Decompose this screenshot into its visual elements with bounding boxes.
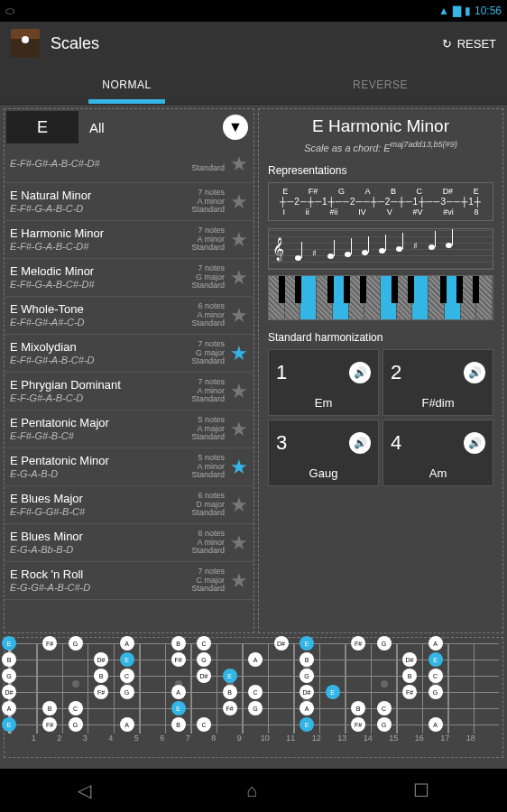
clock: 10:56 bbox=[475, 5, 502, 17]
harmonization-cell[interactable]: 3🔊Gaug bbox=[268, 420, 379, 486]
tab-normal[interactable]: NORMAL bbox=[0, 65, 254, 104]
favorite-icon[interactable]: ★ bbox=[230, 152, 248, 176]
favorite-icon[interactable]: ★ bbox=[230, 531, 248, 555]
scale-chord: Scale as a chord: Emaj7add13,b5(#9) bbox=[268, 140, 493, 153]
staff-notation: 𝄞 ♯ ♯ bbox=[268, 228, 493, 270]
scale-item[interactable]: E Whole-ToneE-F#-G#-A#-C-D 6 notesA mino… bbox=[5, 297, 254, 335]
scale-item[interactable]: E Pentatonic MajorE-F#-G#-B-C# 5 notesA … bbox=[5, 411, 254, 448]
fretboard[interactable]: EBGD#AEF#BF#GCGD#BF#AECGABF#AEBCGD#CEBF#… bbox=[4, 637, 503, 758]
harmonization-cell[interactable]: 2🔊F#dim bbox=[383, 349, 493, 416]
dropdown-icon[interactable]: ▼ bbox=[223, 115, 248, 140]
favorite-icon[interactable]: ★ bbox=[230, 456, 248, 479]
battery-icon: ▮ bbox=[465, 5, 471, 17]
play-icon[interactable]: 🔊 bbox=[464, 362, 485, 383]
play-icon[interactable]: 🔊 bbox=[349, 432, 371, 454]
scale-list[interactable]: E-F#-G#-A-B-C#-D# Standard ★E Natural Mi… bbox=[5, 145, 254, 632]
scale-item[interactable]: E MixolydianE-F#-G#-A-B-C#-D 7 notesG ma… bbox=[5, 335, 254, 373]
scale-item[interactable]: E Blues MinorE-G-A-Bb-B-D 6 notesA minor… bbox=[5, 524, 254, 562]
favorite-icon[interactable]: ★ bbox=[230, 190, 248, 214]
nav-bar: ◁ ⌂ ☐ bbox=[0, 769, 507, 812]
play-icon[interactable]: 🔊 bbox=[464, 432, 485, 454]
harmonization-cell[interactable]: 1🔊Em bbox=[268, 349, 379, 416]
favorite-icon[interactable]: ★ bbox=[230, 418, 248, 441]
favorite-icon[interactable]: ★ bbox=[230, 304, 248, 328]
favorite-icon[interactable]: ★ bbox=[230, 228, 248, 252]
scale-item[interactable]: E-F#-G#-A-B-C#-D# Standard ★ bbox=[5, 145, 254, 183]
scale-item[interactable]: E Melodic MinorE-F#-G-A-B-C#-D# 7 notesG… bbox=[5, 259, 254, 297]
reset-icon: ↻ bbox=[442, 37, 452, 51]
scale-item[interactable]: E Harmonic MinorE-F#-G-A-B-C-D# 7 notesA… bbox=[5, 221, 254, 259]
status-bar: ⬭ ▲ ▇ ▮ 10:56 bbox=[0, 0, 507, 22]
scale-item[interactable]: E Rock 'n RollE-G-G#-A-B-C#-D 7 notesC m… bbox=[5, 562, 254, 600]
app-bar: Scales ↻ RESET bbox=[0, 22, 507, 65]
section-harmonization: Standard harmonization bbox=[268, 331, 493, 344]
reset-button[interactable]: ↻ RESET bbox=[442, 37, 496, 51]
piano-chart bbox=[268, 275, 493, 320]
scale-item[interactable]: E Blues MajorE-F#-G-G#-B-C# 6 notesD maj… bbox=[5, 486, 254, 524]
scale-item[interactable]: E Pentatonic MinorE-G-A-B-D 5 notesA min… bbox=[5, 448, 254, 486]
wifi-icon: ▲ bbox=[438, 5, 449, 17]
recent-button[interactable]: ☐ bbox=[413, 780, 429, 801]
detail-panel: E Harmonic Minor Scale as a chord: Emaj7… bbox=[258, 108, 503, 633]
scale-item[interactable]: E Natural MinorE-F#-G-A-B-C-D 7 notesA m… bbox=[5, 183, 254, 221]
app-icon[interactable] bbox=[11, 29, 40, 58]
page-title: Scales bbox=[51, 34, 99, 53]
back-button[interactable]: ◁ bbox=[78, 780, 91, 801]
favorite-icon[interactable]: ★ bbox=[230, 342, 248, 365]
scale-title: E Harmonic Minor bbox=[268, 116, 493, 136]
debug-icon: ⬭ bbox=[5, 5, 14, 17]
section-representations: Representations bbox=[268, 164, 493, 177]
wifi-icon2: ▇ bbox=[453, 5, 461, 17]
harmonization-cell[interactable]: 4🔊Am bbox=[383, 420, 493, 486]
favorite-icon[interactable]: ★ bbox=[230, 494, 248, 517]
key-button[interactable]: E bbox=[6, 111, 78, 143]
key-selector: E All ▼ bbox=[5, 109, 254, 145]
favorite-icon[interactable]: ★ bbox=[230, 266, 248, 290]
tab-reverse[interactable]: REVERSE bbox=[254, 65, 507, 104]
favorite-icon[interactable]: ★ bbox=[230, 380, 248, 403]
filter-label[interactable]: All bbox=[80, 120, 223, 135]
interval-chart: EF#GABCD#E ┼─2─┼─1┼──2──┼─2─┼─1┼──3──┼1┼… bbox=[268, 182, 493, 221]
favorite-icon[interactable]: ★ bbox=[230, 569, 248, 593]
scales-panel: E All ▼ E-F#-G#-A-B-C#-D# Standard ★E Na… bbox=[4, 108, 254, 633]
harmonization-grid: 1🔊Em2🔊F#dim3🔊Gaug4🔊Am bbox=[268, 349, 493, 486]
play-icon[interactable]: 🔊 bbox=[349, 362, 371, 383]
tabs: NORMAL REVERSE bbox=[0, 65, 507, 105]
home-button[interactable]: ⌂ bbox=[246, 780, 257, 801]
scale-item[interactable]: E Phrygian DominantE-F-G#-A-B-C-D 7 note… bbox=[5, 373, 254, 411]
